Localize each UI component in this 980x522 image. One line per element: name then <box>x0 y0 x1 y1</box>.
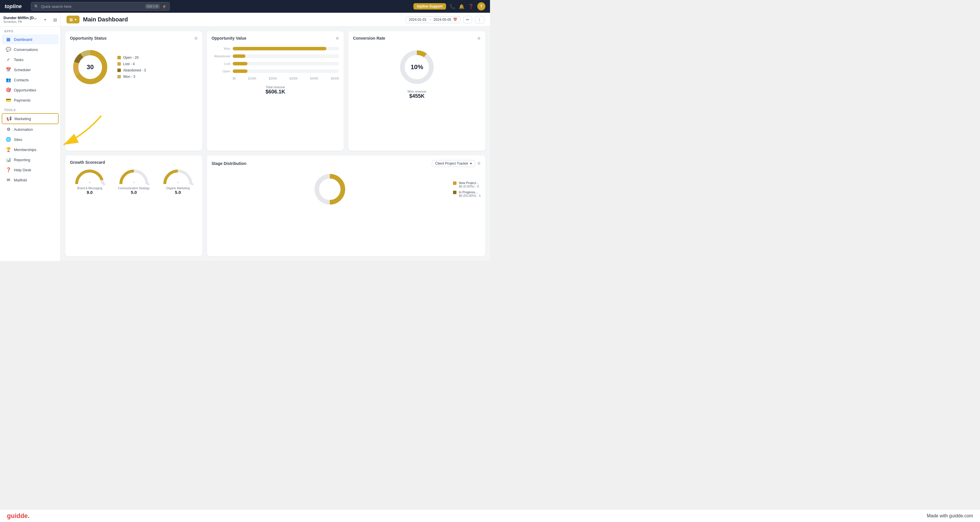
stage-selector-dropdown[interactable]: Client Project Tracker ▾ <box>432 160 475 167</box>
conversion-footer: Won revenue $455K <box>407 90 426 99</box>
legend-item: Open - 20 <box>118 56 146 60</box>
bar-row: Open <box>212 69 339 73</box>
gauges-row: 0 10 Brand & Messaging 9.0 <box>70 168 198 195</box>
main-content: ▦ ▾ Main Dashboard 2024-01-01 → 2024-05-… <box>61 13 490 261</box>
phone-icon[interactable]: 📞 <box>450 4 455 9</box>
legend-value: $0 (50.00%) - 1 <box>459 194 481 197</box>
sidebar-item-sites[interactable]: 🌐 Sites <box>2 134 59 144</box>
legend-item: In Progress... $0 (50.00%) - 1 <box>453 190 481 197</box>
filter-icon[interactable]: ⚙ <box>194 36 198 40</box>
widget-title: Opportunity Status <box>70 36 107 40</box>
sidebar-item-label: Contacts <box>14 78 29 82</box>
sidebar-item-label: Help Desk <box>14 168 31 172</box>
sidebar-item-label: Payments <box>14 98 31 102</box>
conversion-donut: 10% <box>397 47 437 88</box>
avatar[interactable]: T <box>477 2 485 10</box>
sidebar-item-automation[interactable]: ⚙ Automation <box>2 125 59 134</box>
sidebar-item-memberships[interactable]: 🏆 Memberships <box>2 145 59 155</box>
donut-chart: 30 <box>70 47 110 88</box>
gauge-item: 0 10 Organic Marketing 5.0 <box>162 168 194 195</box>
arrow-icon: → <box>428 18 432 22</box>
legend-dot <box>453 191 457 194</box>
topbar: topline 🔍 Quick search here Ctrl + K ⚡ t… <box>0 0 490 13</box>
legend-label: New Project... <box>459 181 479 185</box>
sidebar-item-payments[interactable]: 💳 Payments <box>2 95 59 105</box>
lightning-icon: ⚡ <box>162 4 167 9</box>
bar-chart: Won Abandoned Lost <box>212 44 339 83</box>
workspace-selector[interactable]: Dunder Mifflin [D... Scranton, PA ▾ ▤ <box>0 13 60 27</box>
legend-dot <box>453 182 457 185</box>
help-icon[interactable]: ❓ <box>468 4 474 9</box>
svg-text:0: 0 <box>177 181 179 184</box>
gauge-label: Organic Marketing <box>166 187 190 190</box>
legend-label: Open - 20 <box>123 56 138 60</box>
scheduler-icon: 📅 <box>6 67 11 72</box>
sidebar-item-contacts[interactable]: 👥 Contacts <box>2 75 59 85</box>
axis-label: $400K <box>310 77 318 80</box>
sidebar-item-mailfold[interactable]: ✉ Mailfold <box>2 175 59 185</box>
view-toggle-button[interactable]: ▦ ▾ <box>67 16 80 24</box>
sidebar-item-marketing[interactable]: 📢 Marketing <box>2 113 59 124</box>
sidebar-item-label: Automation <box>14 127 33 132</box>
svg-text:0: 0 <box>89 181 91 184</box>
widget-header: Opportunity Status ⚙ <box>70 36 198 40</box>
donut-center-value: 30 <box>87 63 94 71</box>
legend-value: $0 (0.00%) - 0 <box>459 185 479 188</box>
edit-button[interactable]: ✏ <box>463 16 472 24</box>
calendar-icon: 📅 <box>453 18 457 22</box>
gauge-label: Brand & Messaging <box>77 187 102 190</box>
search-placeholder: Quick search here <box>41 4 143 9</box>
date-range-picker[interactable]: 2024-01-01 → 2024-05-05 📅 <box>406 16 460 23</box>
more-options-button[interactable]: ⋮ <box>475 16 484 24</box>
stage-selector-label: Client Project Tracker <box>435 161 468 166</box>
widget-header: Conversion Rate ⚙ <box>353 36 481 40</box>
svg-text:10: 10 <box>147 183 150 185</box>
chevron-down-icon: ▾ <box>75 18 76 22</box>
chevron-down-icon: ▾ <box>470 161 472 166</box>
date-from: 2024-01-01 <box>409 18 426 22</box>
svg-text:10: 10 <box>103 183 105 185</box>
bar-track <box>233 47 339 50</box>
sidebar-item-opportunities[interactable]: 🎯 Opportunities <box>2 85 59 95</box>
gauge-container: 0 10 <box>74 168 105 185</box>
sidebar-item-reporting[interactable]: 📊 Reporting <box>2 155 59 164</box>
filter-icon[interactable]: ⚙ <box>477 161 481 166</box>
conversion-rate-widget: Conversion Rate ⚙ 10% Won revenue $455K <box>348 31 485 151</box>
stage-distribution-widget: Stage Distribution Client Project Tracke… <box>207 155 485 257</box>
sidebar-item-label: Opportunities <box>14 88 36 92</box>
sidebar-item-helpdesk[interactable]: ❓ Help Desk <box>2 165 59 175</box>
bar-label: Open <box>212 69 231 73</box>
conversations-icon: 💬 <box>6 47 11 52</box>
growth-scorecard-widget: Growth Scorecard 0 10 Bran <box>65 155 202 257</box>
workspace-name: Dunder Mifflin [D... <box>3 16 37 20</box>
sidebar-item-tasks[interactable]: ✓ Tasks <box>2 55 59 64</box>
legend-dot <box>118 62 121 66</box>
automation-icon: ⚙ <box>6 127 11 132</box>
sidebar-item-label: Conversations <box>14 48 38 52</box>
axis-label: $200K <box>269 77 277 80</box>
filter-icon[interactable]: ⚙ <box>477 36 481 40</box>
filter-icon[interactable]: ⚙ <box>336 36 339 40</box>
layout-icon[interactable]: ▤ <box>53 18 57 22</box>
date-to: 2024-05-05 <box>434 18 451 22</box>
legend-dot <box>118 69 121 72</box>
sidebar-item-dashboard[interactable]: ▦ Dashboard <box>2 34 59 44</box>
helpdesk-icon: ❓ <box>6 167 11 172</box>
bell-icon[interactable]: 🔔 <box>459 4 465 9</box>
payments-icon: 💳 <box>6 97 11 103</box>
total-revenue-value: $606.1K <box>212 89 339 95</box>
bar-row: Abandoned <box>212 54 339 58</box>
bar-fill <box>233 62 248 65</box>
marketing-icon: 📢 <box>6 116 11 121</box>
apps-section-label: Apps <box>0 27 60 34</box>
support-button[interactable]: topline Support <box>414 3 446 10</box>
svg-text:0: 0 <box>133 181 135 184</box>
sidebar-item-scheduler[interactable]: 📅 Scheduler <box>2 65 59 75</box>
sidebar-item-conversations[interactable]: 💬 Conversations <box>2 45 59 54</box>
stage-donut-area <box>212 171 449 208</box>
tasks-icon: ✓ <box>6 57 11 62</box>
conversion-label: Won revenue <box>407 90 426 93</box>
conversion-amount: $455K <box>407 93 426 99</box>
grid-icon: ▦ <box>69 18 73 22</box>
search-bar[interactable]: 🔍 Quick search here Ctrl + K ⚡ <box>31 2 170 11</box>
